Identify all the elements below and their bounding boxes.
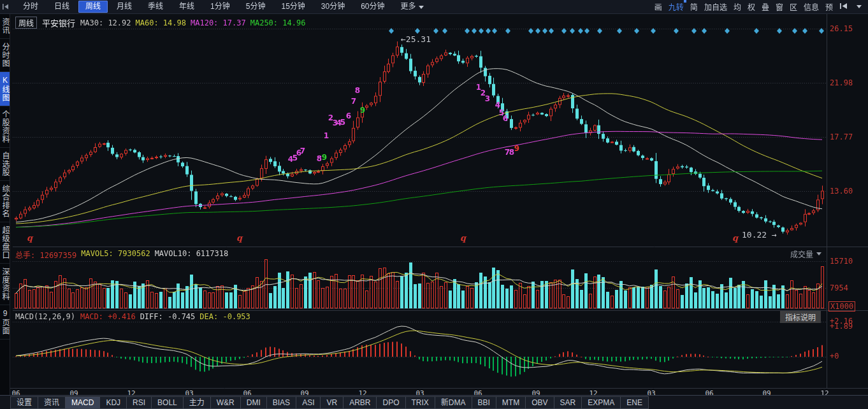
price-axis-tick-0: 26.15 bbox=[830, 24, 853, 33]
indicator-button-sar[interactable]: SAR bbox=[554, 396, 582, 409]
tab-fenshi[interactable]: 分时 bbox=[16, 1, 45, 13]
indicator-button-boll[interactable]: BOLL bbox=[152, 396, 184, 409]
macd-legend-item-1: DIFF: -0.745 bbox=[140, 312, 196, 321]
indicator-button-newdma[interactable]: 新DMA bbox=[435, 396, 472, 409]
ex-rights-marker-0: q bbox=[27, 233, 33, 243]
tab-min60[interactable]: 60分钟 bbox=[354, 1, 391, 13]
chart-header: 周线 平安银行 MA30: 12.92MA60: 14.98MA120: 17.… bbox=[15, 17, 305, 29]
period-tabs: 分时日线周线月线季线年线1分钟5分钟15分钟30分钟60分钟更多 bbox=[16, 1, 431, 13]
macd-header: MACD(12,26,9) MACD: +0.416DIFF: -0.745DE… bbox=[15, 312, 250, 321]
more-caret-icon bbox=[419, 6, 424, 9]
sidebar-item-stock-profile[interactable]: 个股资料 bbox=[0, 106, 10, 148]
indicator-button-vr[interactable]: VR bbox=[321, 396, 344, 409]
volume-indicator-selector[interactable]: 成交量 bbox=[790, 248, 821, 259]
indicator-help-button[interactable]: 指标说明 bbox=[780, 311, 821, 323]
toolbar-item-add-watchlist[interactable]: 加自选 bbox=[704, 1, 727, 12]
ma-legend-item-1: MA60: 14.98 bbox=[136, 18, 186, 27]
indicator-button-kdj[interactable]: KDJ bbox=[100, 396, 127, 409]
indicator-button-news[interactable]: 资讯 bbox=[38, 396, 66, 409]
tab-min1[interactable]: 1分钟 bbox=[203, 1, 237, 13]
low-price-annotation: 10.22 → bbox=[742, 230, 777, 240]
price-axis-tick-2: 17.77 bbox=[830, 133, 853, 141]
toolbar-item-nine-turn[interactable]: 九转 bbox=[669, 1, 684, 12]
indicator-button-dpo[interactable]: DPO bbox=[377, 396, 405, 409]
indicator-button-bbi[interactable]: BBI bbox=[472, 396, 496, 409]
tab-more[interactable]: 更多 bbox=[394, 1, 431, 13]
indicator-button-mtm[interactable]: MTM bbox=[496, 396, 526, 409]
ex-rights-marker-1: q bbox=[236, 233, 242, 243]
indicator-button-rsi[interactable]: RSI bbox=[127, 396, 152, 409]
tab-yearly[interactable]: 年线 bbox=[172, 1, 201, 13]
indicator-button-expma[interactable]: EXPMA bbox=[582, 396, 621, 409]
toolbar-item-info[interactable]: 信息 bbox=[804, 1, 819, 12]
nine-turn-count-13: 8 bbox=[355, 86, 360, 95]
jump-back-icon[interactable] bbox=[839, 3, 848, 11]
indicator-button-bias[interactable]: BIAS bbox=[267, 396, 296, 409]
toolbar-item-overlay[interactable]: 叠 bbox=[762, 1, 769, 12]
nine-turn-count-17: 3 bbox=[485, 94, 490, 103]
top-toolbar-right: 画九转简加自选均权叠窗区信息预 bbox=[655, 1, 868, 12]
sidebar-item-ranking[interactable]: 综合排名 bbox=[0, 181, 10, 222]
sidebar-item-deep-data[interactable]: 深度资料 bbox=[0, 264, 10, 305]
ma-legend-item-2: MA120: 17.37 bbox=[191, 18, 246, 27]
period-badge: 周线 bbox=[15, 17, 37, 29]
indicator-button-trix[interactable]: TRIX bbox=[406, 396, 435, 409]
volume-axis-tick-1: 7954 bbox=[830, 283, 848, 292]
volume-legend-item-0: 总手: 12697359 bbox=[15, 249, 76, 260]
indicator-button-dmi[interactable]: DMI bbox=[241, 396, 267, 409]
macd-legend-item-0: MACD: +0.416 bbox=[80, 312, 136, 321]
toolbar-item-avg[interactable]: 均 bbox=[734, 1, 741, 12]
nine-turn-count-10: 5 bbox=[340, 118, 345, 127]
tab-monthly[interactable]: 月线 bbox=[110, 1, 139, 13]
stock-name: 平安银行 bbox=[42, 17, 75, 29]
volume-selector-caret-icon bbox=[816, 252, 821, 255]
indicator-button-main-force[interactable]: 主力 bbox=[184, 396, 211, 409]
sidebar-item-kline-chart[interactable]: K线图 bbox=[0, 72, 10, 106]
toolbar-item-rights[interactable]: 权 bbox=[748, 1, 755, 12]
tab-weekly[interactable]: 周线 bbox=[78, 1, 108, 13]
indicator-button-obv[interactable]: OBV bbox=[526, 396, 554, 409]
nine-turn-count-5: 9 bbox=[322, 153, 327, 162]
toolbar-item-window[interactable]: 窗 bbox=[776, 1, 783, 12]
nine-turn-count-6: 1 bbox=[324, 131, 329, 140]
volume-selector-label: 成交量 bbox=[790, 248, 813, 259]
high-price-annotation: ←25.31 bbox=[401, 34, 431, 44]
sidebar-item-watchlist[interactable]: 自选股 bbox=[0, 148, 10, 181]
nine-turn-count-14: 9 bbox=[360, 106, 365, 115]
indicator-button-ene[interactable]: ENE bbox=[621, 396, 649, 409]
tab-min15[interactable]: 15分钟 bbox=[274, 1, 312, 13]
macd-axis-tick-2: +0 bbox=[830, 352, 839, 361]
toolbar-item-zone[interactable]: 区 bbox=[790, 1, 797, 12]
toolbar-item-draw[interactable]: 画 bbox=[655, 1, 662, 12]
ma-legend-item-0: MA30: 12.92 bbox=[80, 18, 131, 27]
tab-daily[interactable]: 日线 bbox=[47, 1, 76, 13]
indicator-button-asi[interactable]: ASI bbox=[296, 396, 321, 409]
panel-toggle-icon[interactable] bbox=[0, 0, 10, 14]
sidebar-item-page9[interactable]: 9页面 bbox=[0, 305, 10, 340]
nine-turn-count-12: 7 bbox=[351, 97, 356, 106]
ma-legend: MA30: 12.92MA60: 14.98MA120: 17.37MA250:… bbox=[80, 18, 305, 27]
toolbar-item-simple[interactable]: 简 bbox=[690, 1, 698, 12]
tab-min5[interactable]: 5分钟 bbox=[239, 1, 273, 13]
indicator-button-settings[interactable]: 设置 bbox=[10, 396, 38, 409]
ex-rights-marker-3: q bbox=[732, 233, 738, 243]
toolbar-dropdown-caret-icon[interactable] bbox=[857, 5, 862, 8]
sidebar-item-intraday-chart[interactable]: 分时图 bbox=[0, 39, 10, 72]
nine-turn-count-3: 7 bbox=[300, 147, 305, 155]
top-toolbar: 分时日线周线月线季线年线1分钟5分钟15分钟30分钟60分钟更多 画九转简加自选… bbox=[0, 0, 868, 14]
macd-legend: MACD: +0.416DIFF: -0.745DEA: -0.953 bbox=[80, 312, 250, 321]
macd-axis-tick-1: +1.89 bbox=[830, 322, 853, 331]
trading-app-window: 分时日线周线月线季线年线1分钟5分钟15分钟30分钟60分钟更多 画九转简加自选… bbox=[0, 0, 868, 409]
tab-quarterly[interactable]: 季线 bbox=[141, 1, 170, 13]
ex-rights-marker-2: q bbox=[460, 233, 466, 243]
volume-legend: 总手: 12697359MAVOL5: 7930562MAVOL10: 6117… bbox=[15, 249, 228, 260]
toolbar-item-forecast[interactable]: 预 bbox=[825, 1, 833, 12]
kline-chart-canvas[interactable] bbox=[10, 14, 868, 389]
indicator-button-wr[interactable]: W&R bbox=[211, 396, 241, 409]
indicator-button-macd[interactable]: MACD bbox=[66, 396, 100, 409]
sidebar-item-news[interactable]: 资讯 bbox=[0, 14, 10, 39]
volume-axis-tick-0: 15710 bbox=[830, 257, 853, 266]
indicator-button-arbr[interactable]: ARBR bbox=[344, 396, 377, 409]
sidebar-item-super-orderbook[interactable]: 超级盘口 bbox=[0, 222, 10, 264]
tab-min30[interactable]: 30分钟 bbox=[314, 1, 352, 13]
